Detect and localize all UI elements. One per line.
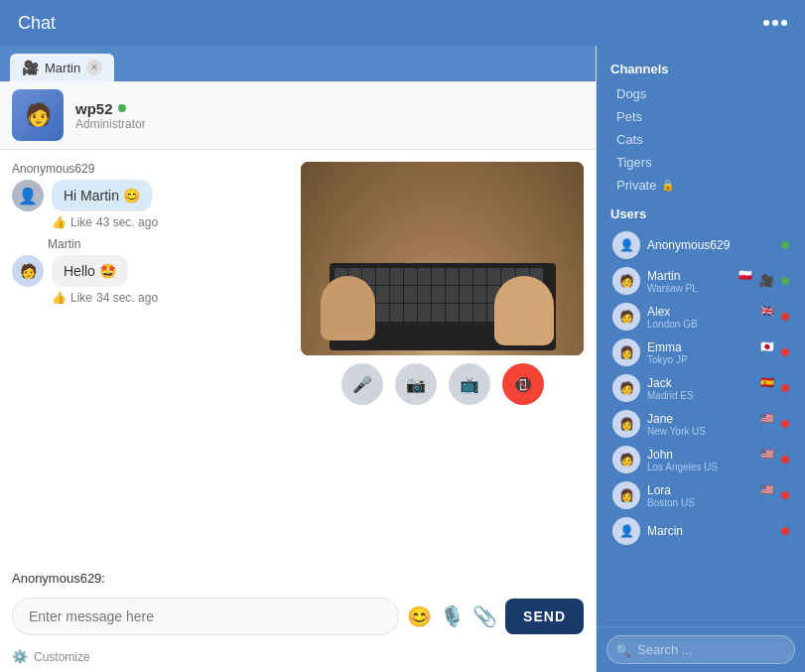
message-group-martin: Martin 🧑 Hello 🤩 👍 Like 34 sec. ago — [12, 237, 293, 305]
message-row-anon: 👤 Hi Martin 😊 — [12, 180, 293, 211]
user-item-john[interactable]: 🧑 John 🇺🇸 Los Angeles US — [610, 442, 791, 477]
like-time-anon: 43 sec. ago — [96, 215, 158, 229]
like-button-martin[interactable]: 👍 — [52, 291, 67, 305]
camera-off-button[interactable]: 📷 — [395, 363, 437, 405]
app-container: Chat 🎥 Martin × 🧑 — [0, 0, 805, 672]
channel-pets-label: Pets — [616, 109, 642, 124]
user-flag-jane: 🇺🇸 — [760, 412, 774, 425]
like-label-anon: Like — [70, 215, 92, 229]
header: Chat — [0, 0, 805, 46]
channel-dogs-label: Dogs — [616, 86, 646, 101]
typing-label: Anonymous629: — [0, 567, 596, 590]
messages-left: Anonymous629 👤 Hi Martin 😊 👍 Like 43 sec… — [12, 162, 293, 555]
send-button[interactable]: SEND — [505, 599, 584, 634]
user-avatar-jane: 👩 — [612, 410, 640, 438]
gear-icon: ⚙️ — [12, 649, 28, 664]
user-avatar-emma: 👩 — [612, 338, 640, 366]
status-john — [781, 456, 789, 464]
channel-private-label: Private — [616, 178, 656, 193]
channel-cats-label: Cats — [616, 132, 643, 147]
video-frame — [301, 162, 584, 355]
message-sender-anon: Anonymous629 — [12, 162, 293, 176]
tab-close-button[interactable]: × — [86, 60, 102, 75]
user-name-anonymous629: Anonymous629 — [647, 238, 774, 252]
user-flag-alex: 🇬🇧 — [760, 305, 774, 318]
message-bubble-anon: Hi Martin 😊 — [52, 180, 152, 211]
emoji-button[interactable]: 😊 — [407, 605, 432, 628]
username-display: wp52 — [75, 100, 146, 117]
user-item-alex[interactable]: 🧑 Alex 🇬🇧 London GB — [610, 299, 791, 335]
screen-share-button[interactable]: 📺 — [449, 363, 490, 405]
chat-area: 🎥 Martin × 🧑 wp52 Administrator — [0, 46, 597, 672]
channel-private[interactable]: Private 🔒 — [610, 174, 791, 197]
user-role-label: Administrator — [75, 117, 146, 131]
user-name-jane: Jane — [647, 412, 756, 426]
message-input[interactable] — [12, 598, 399, 635]
tab-martin[interactable]: 🎥 Martin × — [10, 54, 114, 81]
user-avatar-john: 🧑 — [612, 446, 640, 473]
channel-pets[interactable]: Pets — [610, 105, 791, 128]
user-flag-martin: 🇵🇱 — [738, 269, 752, 282]
avatar-image: 🧑 — [12, 89, 64, 141]
search-bar: 🔍 — [597, 626, 805, 672]
user-name-martin: Martin — [647, 269, 735, 283]
attach-button[interactable]: 📎 — [472, 605, 497, 628]
user-item-anonymous629[interactable]: 👤 Anonymous629 — [610, 227, 791, 263]
users-title: Users — [610, 206, 791, 221]
user-item-emma[interactable]: 👩 Emma 🇯🇵 Tokyo JP — [610, 335, 791, 370]
user-info-bar: 🧑 wp52 Administrator — [0, 81, 596, 150]
user-item-marcin[interactable]: 👤 Marcin — [610, 513, 791, 549]
header-menu-button[interactable] — [763, 20, 787, 26]
anon-avatar: 👤 — [12, 180, 44, 211]
user-loc-alex: London GB — [647, 319, 774, 330]
martin-avatar: 🧑 — [12, 255, 44, 287]
channel-cats[interactable]: Cats — [610, 128, 791, 151]
user-loc-martin: Warsaw PL — [647, 283, 752, 294]
like-time-martin: 34 sec. ago — [96, 291, 158, 305]
user-item-jane[interactable]: 👩 Jane 🇺🇸 New York US — [610, 406, 791, 442]
user-avatar-marcin: 👤 — [612, 517, 640, 545]
message-group-anon: Anonymous629 👤 Hi Martin 😊 👍 Like 43 sec… — [12, 162, 293, 229]
user-item-martin[interactable]: 🧑 Martin 🇵🇱 Warsaw PL 🎥 — [610, 263, 791, 299]
status-anonymous629 — [781, 241, 789, 249]
user-cam-martin: 🎥 — [759, 274, 774, 288]
microphone-button[interactable]: 🎙️ — [440, 605, 465, 628]
channel-tigers[interactable]: Tigers — [610, 151, 791, 174]
hand-right — [494, 276, 554, 345]
user-flag-jack: 🇪🇸 — [760, 376, 774, 389]
user-avatar-alex: 🧑 — [612, 303, 640, 331]
status-martin — [781, 277, 789, 285]
tab-bar: 🎥 Martin × — [0, 46, 596, 81]
user-name-lora: Lora — [647, 483, 756, 497]
user-avatar-lora: 👩 — [612, 481, 640, 509]
sidebar-scroll: Channels Dogs Pets Cats Tigers Private 🔒 — [597, 46, 805, 626]
status-jane — [781, 420, 789, 428]
mute-button[interactable]: 🎤 — [341, 363, 383, 405]
user-avatar-anonymous629: 👤 — [612, 231, 640, 259]
user-name-emma: Emma — [647, 340, 756, 354]
user-avatar: 🧑 — [12, 89, 64, 141]
user-item-jack[interactable]: 🧑 Jack 🇪🇸 Madrid ES — [610, 370, 791, 406]
message-sender-martin: Martin — [48, 237, 293, 251]
video-content — [301, 162, 584, 355]
user-loc-lora: Boston US — [647, 497, 774, 508]
hand-left — [321, 276, 375, 340]
camera-tab-icon: 🎥 — [22, 60, 39, 75]
main-content: 🎥 Martin × 🧑 wp52 Administrator — [0, 46, 805, 672]
user-details: wp52 Administrator — [75, 100, 146, 131]
customize-bar[interactable]: ⚙️ Customize — [0, 645, 596, 672]
like-button-anon[interactable]: 👍 — [52, 215, 67, 229]
user-avatar-martin: 🧑 — [612, 267, 640, 295]
search-input[interactable] — [606, 635, 795, 664]
user-name-john: John — [647, 448, 756, 462]
video-controls: 🎤 📷 📺 📵 — [301, 355, 584, 413]
lock-icon: 🔒 — [661, 179, 675, 192]
channel-dogs[interactable]: Dogs — [610, 82, 791, 105]
message-bubble-martin: Hello 🤩 — [52, 255, 128, 287]
hangup-button[interactable]: 📵 — [502, 363, 544, 405]
online-status-indicator — [118, 104, 126, 112]
user-name-alex: Alex — [647, 305, 756, 319]
like-bar-anon: 👍 Like 43 sec. ago — [52, 215, 293, 229]
user-item-lora[interactable]: 👩 Lora 🇺🇸 Boston US — [610, 477, 791, 513]
video-panel: 🎤 📷 📺 📵 — [301, 162, 584, 555]
